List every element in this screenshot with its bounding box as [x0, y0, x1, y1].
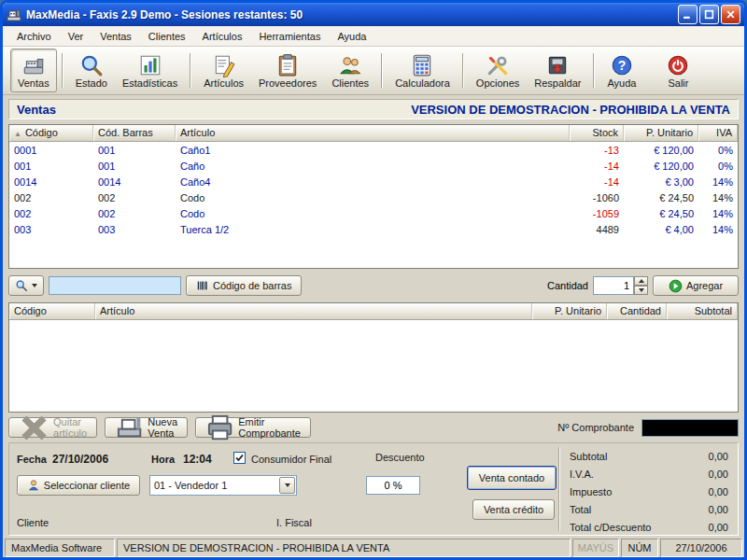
- consumidor-final-label: Consumidor Final: [251, 454, 331, 465]
- action-row: Quitar artículo Nueva Venta Emitir Compr…: [8, 416, 739, 439]
- magnifier-icon: [79, 52, 104, 77]
- person-icon: [27, 479, 40, 492]
- toolbar-respaldar[interactable]: Respaldar: [527, 49, 588, 92]
- calculator-icon: [410, 52, 434, 77]
- column-header-articulo[interactable]: Artículo: [95, 303, 532, 319]
- toolbar-label: Salir: [668, 77, 688, 89]
- menu-ayuda[interactable]: Ayuda: [329, 28, 374, 45]
- menu-ventas[interactable]: Ventas: [92, 28, 140, 45]
- cell: 14%: [698, 192, 738, 203]
- cell: -1060: [570, 192, 624, 203]
- menu-articulos[interactable]: Artículos: [194, 28, 251, 45]
- toolbar-label: Calculadora: [395, 77, 450, 89]
- toolbar-label: Estado: [76, 77, 107, 89]
- stock-table: ▲Código Cód. Barras Artículo Stock P. Un…: [8, 124, 739, 269]
- people-icon: [338, 52, 362, 77]
- stock-table-row[interactable]: 001001Caño-14€ 120,000%: [9, 158, 738, 174]
- seleccionar-cliente-button[interactable]: Seleccionar cliente: [17, 475, 140, 496]
- stock-table-row[interactable]: 002002Codo-1060€ 24,5014%: [9, 189, 738, 205]
- cell: 0014: [93, 176, 176, 188]
- venta-contado-button[interactable]: Venta contado: [467, 466, 557, 490]
- stock-table-row[interactable]: 002002Codo-1059€ 24,5014%: [9, 205, 738, 221]
- barcode-button[interactable]: Código de barras: [186, 275, 302, 296]
- agregar-button[interactable]: Agregar: [653, 275, 739, 296]
- column-header-articulo[interactable]: Artículo: [176, 125, 570, 141]
- status-message: VERSION DE DEMOSTRACION - PROHIBIDA LA V…: [117, 539, 571, 557]
- toolbar-label: Ventas: [18, 77, 49, 89]
- column-header-codigo[interactable]: ▲Código: [9, 125, 93, 141]
- search-mode-dropdown[interactable]: [8, 275, 44, 296]
- column-header-punitario[interactable]: P. Unitario: [624, 125, 698, 141]
- status-num: NÚM: [621, 539, 658, 557]
- spin-down-button[interactable]: [634, 286, 648, 295]
- total-row-iva: I.V.A.0,00: [570, 469, 728, 480]
- cell: 002: [9, 208, 93, 219]
- cell: € 120,00: [624, 145, 698, 156]
- toolbar-label: Proveedores: [259, 77, 317, 89]
- menu-herramientas[interactable]: Herramientas: [250, 28, 329, 45]
- toolbar-proveedores[interactable]: Proveedores: [251, 49, 324, 92]
- cell: Caño: [176, 161, 570, 172]
- column-header-iva[interactable]: IVA: [698, 125, 738, 141]
- total-row-impuesto: Impuesto0,00: [570, 486, 728, 497]
- cell: € 24,50: [624, 208, 698, 219]
- hora-label: Hora: [151, 454, 175, 465]
- search-input[interactable]: [49, 276, 181, 295]
- descuento-input[interactable]: [366, 476, 420, 495]
- cell: Caño1: [176, 145, 570, 156]
- column-header-stock[interactable]: Stock: [570, 125, 624, 141]
- toolbar-clientes[interactable]: Clientes: [324, 49, 376, 92]
- column-header-cantidad[interactable]: Cantidad: [607, 303, 667, 319]
- menu-ver[interactable]: Ver: [60, 28, 92, 45]
- app-window: MaxMedia - Faxis 2.9 Demo - Sesiones res…: [0, 0, 747, 560]
- stock-table-row[interactable]: 003003Tuerca 1/24489€ 4,0014%: [9, 221, 738, 237]
- column-header-punitario[interactable]: P. Unitario: [532, 303, 607, 319]
- menu-archivo[interactable]: Archivo: [8, 28, 60, 45]
- cell: -13: [570, 145, 624, 156]
- cash-register-icon: [21, 52, 46, 77]
- clipboard-icon: [275, 52, 300, 77]
- status-caps: MAYÚS: [572, 539, 619, 557]
- minimize-button[interactable]: [678, 5, 698, 24]
- emitir-comprobante-button[interactable]: Emitir Comprobante: [195, 417, 311, 438]
- cell: € 4,00: [624, 224, 698, 235]
- spin-up-button[interactable]: [634, 276, 648, 286]
- printer-icon: [205, 413, 234, 441]
- cell: -14: [570, 161, 624, 172]
- venta-credito-button[interactable]: Venta crédito: [472, 499, 555, 520]
- cell: Caño4: [176, 176, 570, 188]
- comprobante-input[interactable]: [641, 419, 739, 437]
- cell: 001: [93, 145, 176, 156]
- vendedor-select[interactable]: 01 - Vendedor 1: [149, 475, 297, 496]
- stock-table-row[interactable]: 0001001Caño1-13€ 120,000%: [9, 142, 738, 158]
- total-row-total: Total0,00: [570, 504, 728, 515]
- cliente-label: Cliente: [17, 517, 49, 528]
- svg-text:?: ?: [618, 58, 627, 73]
- column-header-codigo[interactable]: Código: [9, 303, 95, 319]
- column-header-subtotal[interactable]: Subtotal: [667, 303, 738, 319]
- toolbar-estado[interactable]: Estado: [68, 49, 115, 92]
- cell: 002: [9, 192, 93, 203]
- toolbar-articulos[interactable]: Artículos: [196, 49, 251, 92]
- toolbar-ayuda[interactable]: ? Ayuda: [599, 49, 643, 92]
- close-button[interactable]: [721, 5, 740, 24]
- toolbar-salir[interactable]: Salir: [658, 49, 698, 92]
- consumidor-final-checkbox[interactable]: [233, 452, 246, 464]
- toolbar-opciones[interactable]: Opciones: [469, 49, 527, 92]
- descuento-label: Descuento: [375, 452, 425, 463]
- stock-table-row[interactable]: 00140014Caño4-14€ 3,0014%: [9, 174, 738, 189]
- chevron-down-icon[interactable]: [279, 477, 295, 494]
- menu-clientes[interactable]: Clientes: [140, 28, 194, 45]
- toolbar-ventas[interactable]: Ventas: [10, 49, 57, 92]
- quitar-articulo-button[interactable]: Quitar artículo: [8, 417, 97, 438]
- toolbar-separator: [381, 53, 383, 88]
- toolbar-estadisticas[interactable]: Estadísticas: [115, 49, 185, 92]
- total-row-descuento: Total c/Descuento0,00: [570, 522, 728, 533]
- cell: € 3,00: [624, 176, 698, 188]
- maximize-button[interactable]: [699, 5, 719, 24]
- toolbar-label: Estadísticas: [122, 77, 177, 89]
- column-header-barras[interactable]: Cód. Barras: [93, 125, 176, 141]
- nueva-venta-button[interactable]: Nueva Venta: [105, 417, 188, 438]
- quantity-input[interactable]: [593, 276, 634, 295]
- toolbar-calculadora[interactable]: Calculadora: [388, 49, 458, 92]
